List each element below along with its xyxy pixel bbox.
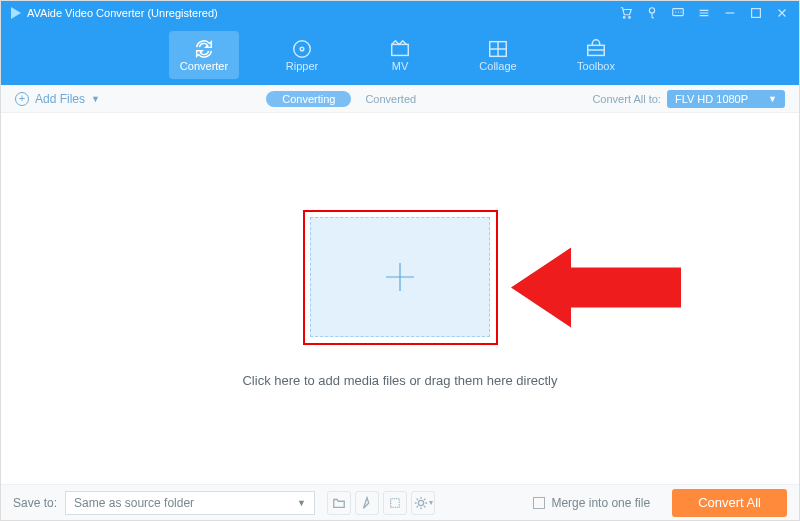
dropzone[interactable] — [303, 210, 498, 345]
nav-label: MV — [392, 60, 409, 72]
window-title: AVAide Video Converter (Unregistered) — [27, 7, 619, 19]
minimize-icon[interactable] — [723, 6, 737, 20]
message-icon[interactable] — [671, 6, 685, 20]
cart-icon[interactable] — [619, 6, 633, 20]
app-window: AVAide Video Converter (Unregistered) Co… — [0, 0, 800, 521]
output-format-select[interactable]: FLV HD 1080P ▼ — [667, 90, 785, 108]
svg-rect-4 — [752, 9, 761, 18]
main-nav: Converter Ripper MV Collage Toolbox — [1, 25, 799, 85]
status-tabs: Converting Converted — [266, 91, 426, 107]
chevron-down-icon: ▼ — [768, 94, 777, 104]
nav-mv[interactable]: MV — [365, 31, 435, 79]
tab-converting[interactable]: Converting — [266, 91, 351, 107]
convert-all-to: Convert All to: FLV HD 1080P ▼ — [592, 90, 785, 108]
app-logo-icon — [11, 7, 21, 19]
svg-point-12 — [418, 500, 423, 505]
annotation-arrow — [511, 242, 681, 336]
add-files-button[interactable]: + Add Files ▼ — [15, 92, 100, 106]
chevron-down-icon: ▼ — [91, 94, 100, 104]
saveto-label: Save to: — [13, 496, 57, 510]
nav-label: Toolbox — [577, 60, 615, 72]
toolbar: + Add Files ▼ Converting Converted Conve… — [1, 85, 799, 113]
title-bar: AVAide Video Converter (Unregistered) — [1, 1, 799, 25]
system-icons — [619, 6, 789, 20]
svg-rect-11 — [391, 498, 400, 507]
svg-marker-10 — [511, 247, 681, 327]
speed-icon[interactable] — [355, 491, 379, 515]
saveto-value: Same as source folder — [74, 496, 194, 510]
svg-point-1 — [629, 17, 631, 19]
nav-toolbox[interactable]: Toolbox — [561, 31, 631, 79]
close-icon[interactable] — [775, 6, 789, 20]
format-value: FLV HD 1080P — [675, 93, 748, 105]
plus-icon — [380, 257, 420, 297]
dropzone-inner — [310, 217, 490, 337]
merge-label: Merge into one file — [551, 496, 650, 510]
nav-label: Converter — [180, 60, 228, 72]
status-icons: ▾ — [327, 491, 435, 515]
checkbox-box — [533, 497, 545, 509]
svg-point-2 — [649, 8, 654, 13]
svg-point-5 — [294, 41, 311, 58]
add-files-label: Add Files — [35, 92, 85, 106]
status-bar: Save to: Same as source folder ▼ ▾ Merge… — [1, 484, 799, 520]
menu-icon[interactable] — [697, 6, 711, 20]
nav-label: Collage — [479, 60, 516, 72]
content-area: Click here to add media files or drag th… — [1, 113, 799, 484]
gpu-icon[interactable] — [383, 491, 407, 515]
tab-converted[interactable]: Converted — [355, 91, 426, 107]
svg-rect-7 — [392, 44, 409, 55]
key-icon[interactable] — [645, 6, 659, 20]
open-folder-icon[interactable] — [327, 491, 351, 515]
svg-point-6 — [300, 47, 304, 51]
nav-label: Ripper — [286, 60, 318, 72]
convert-all-label: Convert All to: — [592, 93, 660, 105]
svg-point-0 — [623, 17, 625, 19]
chevron-down-icon: ▼ — [297, 498, 306, 508]
convert-all-button[interactable]: Convert All — [672, 489, 787, 517]
dropzone-text: Click here to add media files or drag th… — [242, 373, 557, 388]
plus-circle-icon: + — [15, 92, 29, 106]
nav-converter[interactable]: Converter — [169, 31, 239, 79]
settings-icon[interactable]: ▾ — [411, 491, 435, 515]
saveto-select[interactable]: Same as source folder ▼ — [65, 491, 315, 515]
nav-collage[interactable]: Collage — [463, 31, 533, 79]
maximize-icon[interactable] — [749, 6, 763, 20]
merge-checkbox[interactable]: Merge into one file — [533, 496, 650, 510]
nav-ripper[interactable]: Ripper — [267, 31, 337, 79]
